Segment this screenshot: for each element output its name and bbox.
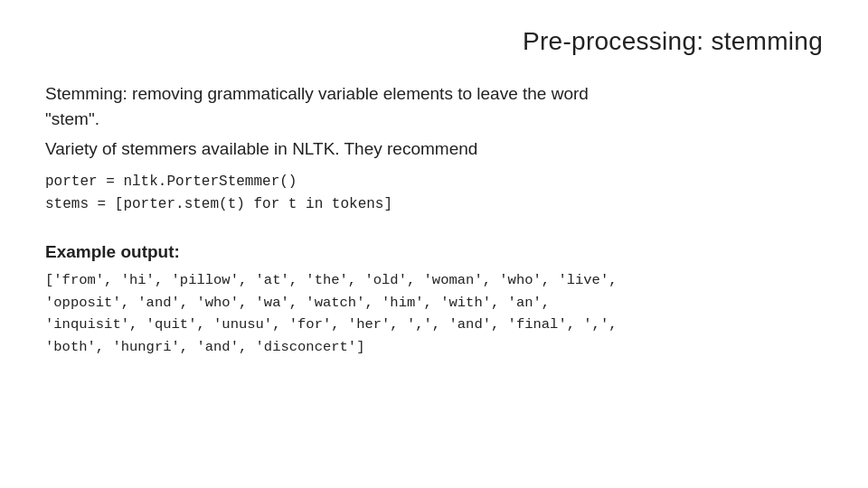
code-block: porter = nltk.PorterStemmer() stems = [p… xyxy=(45,171,823,217)
code-line2: stems = [porter.stem(t) for t in tokens] xyxy=(45,193,823,217)
description-line2: "stem". xyxy=(45,109,99,128)
example-heading: Example output: xyxy=(45,242,823,262)
page-title: Pre-processing: stemming xyxy=(45,27,823,56)
output-line4: 'both', 'hungri', 'and', 'disconcert'] xyxy=(45,336,823,359)
title-area: Pre-processing: stemming xyxy=(45,27,823,56)
output-line1: ['from', 'hi', 'pillow', 'at', 'the', 'o… xyxy=(45,269,823,292)
output-line3: 'inquisit', 'quit', 'unusu', 'for', 'her… xyxy=(45,314,823,336)
code-line1: porter = nltk.PorterStemmer() xyxy=(45,171,823,194)
output-line2: 'opposit', 'and', 'who', 'wa', 'watch', … xyxy=(45,292,823,314)
variety-line: Variety of stemmers available in NLTK. T… xyxy=(45,136,823,162)
page: Pre-processing: stemming Stemming: remov… xyxy=(0,0,868,488)
example-output: ['from', 'hi', 'pillow', 'at', 'the', 'o… xyxy=(45,269,823,359)
description-line1: Stemming: removing grammatically variabl… xyxy=(45,84,589,103)
description-block: Stemming: removing grammatically variabl… xyxy=(45,81,823,131)
main-content: Stemming: removing grammatically variabl… xyxy=(45,81,823,461)
